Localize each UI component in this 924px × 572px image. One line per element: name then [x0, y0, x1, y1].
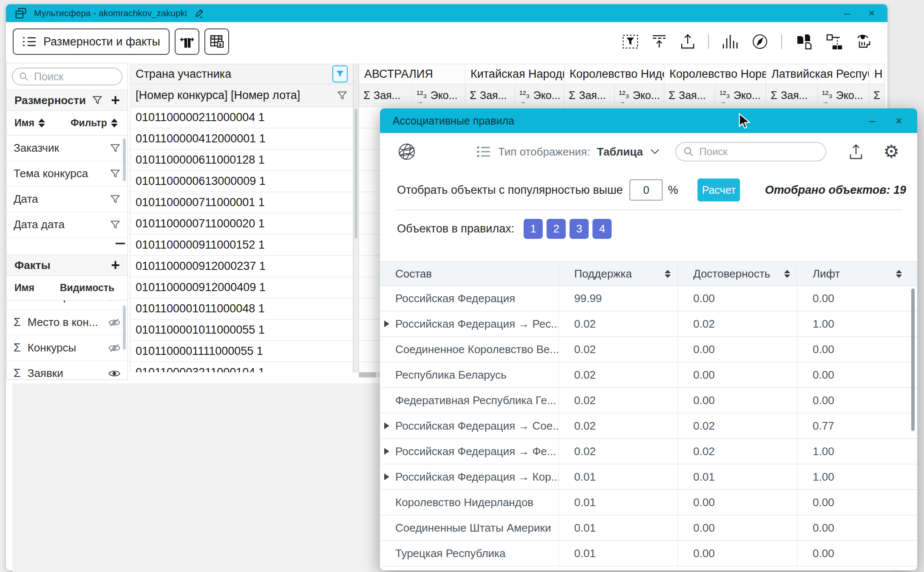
data-cell[interactable]	[359, 171, 383, 192]
dialog-search-input[interactable]	[698, 145, 796, 158]
row-header[interactable]: [Номер конкурса] [Номер лота]	[130, 84, 353, 107]
composition-column-header[interactable]: Состав	[380, 262, 558, 286]
fact-item[interactable]: Σ Конкурсы	[7, 335, 128, 361]
minimize-button[interactable]: –	[845, 8, 850, 18]
structure-icon[interactable]	[825, 33, 843, 50]
filter-icon[interactable]	[337, 90, 348, 101]
rule-size-button[interactable]: 4	[592, 219, 612, 239]
column-header[interactable]: Латвийская Респуб.	[766, 64, 869, 84]
data-cell[interactable]	[359, 107, 383, 128]
column-header[interactable]: Н	[869, 64, 885, 84]
sort-filter-icon[interactable]	[111, 119, 118, 127]
sort-lift-icon[interactable]	[896, 270, 902, 278]
measure-header[interactable]: ¹²₃→ Эко...	[715, 84, 766, 107]
row-label[interactable]: 0101100001011000055 1	[130, 320, 353, 341]
measure-header[interactable]: ¹²₃→ Эко...	[615, 84, 664, 107]
main-titlebar[interactable]: Мультисфера - akomrachkov_zakupki – ×	[6, 4, 887, 22]
table-view-button[interactable]	[204, 28, 229, 55]
data-cell[interactable]	[359, 235, 383, 256]
copy-sheet-icon[interactable]	[795, 33, 813, 51]
rule-row[interactable]: Республика Беларусь 0.02 0.00 0.00	[380, 362, 917, 388]
lift-column-header[interactable]: Лифт	[797, 262, 909, 286]
compass-icon[interactable]	[751, 33, 768, 50]
column-header[interactable]: АВСТРАЛИЯ	[359, 64, 465, 84]
hidden-measures-icon[interactable]	[856, 33, 874, 51]
measure-header[interactable]: ¹²₃→ Эко...	[818, 84, 869, 107]
rule-row[interactable]: Российская Федерация → Кор... 0.01 0.01 …	[380, 464, 917, 490]
dialog-export-icon[interactable]	[848, 143, 864, 160]
filter-icon[interactable]	[110, 143, 121, 154]
rule-row[interactable]: Соединенное Королевство Ве... 0.02 0.00 …	[380, 337, 917, 362]
facts-visibility-col[interactable]: Видимость	[60, 282, 114, 294]
rules-table-scrollbar[interactable]	[911, 289, 915, 431]
row-dimension-header[interactable]: Страна участника	[130, 64, 353, 84]
column-header[interactable]: Королевство Норве	[664, 64, 766, 84]
threshold-input[interactable]	[629, 179, 663, 201]
dimensions-filter-icon[interactable]	[92, 95, 103, 106]
row-label[interactable]: 0101100000912000409 1	[130, 277, 353, 298]
dimensions-filter-col[interactable]: Фильтр	[71, 117, 107, 129]
rule-row[interactable]: Российская Федерация → Рес... 0.02 0.02 …	[380, 311, 917, 337]
pivot-horizontal-scrollbar[interactable]	[359, 372, 383, 377]
measure-header[interactable]: ¹²₃→ Эко...	[412, 84, 465, 107]
edit-title-icon[interactable]	[194, 8, 205, 19]
confidence-column-header[interactable]: Достоверность	[677, 262, 797, 286]
column-width-button[interactable]	[175, 28, 199, 55]
rule-row[interactable]: Федеративная Республика Ге... 0.02 0.00 …	[380, 388, 917, 413]
filter-icon[interactable]	[110, 219, 121, 230]
dimension-item[interactable]: Тема конкурса	[7, 161, 128, 187]
dimension-item[interactable]: Заказчик	[7, 136, 128, 161]
column-header[interactable]: Королевство Нидер	[564, 64, 664, 84]
measure-header[interactable]: Σ Зая...	[465, 84, 515, 107]
dimensions-facts-button[interactable]: Размерности и факты	[13, 28, 170, 55]
measure-header[interactable]: Σ	[869, 84, 885, 107]
close-button[interactable]: ×	[869, 8, 875, 18]
fact-item[interactable]: Σ Кластер тем	[7, 300, 128, 310]
rule-row[interactable]: Российская Федерация → Фе... 0.02 0.02 1…	[380, 439, 917, 464]
dimension-item[interactable]: Дата	[7, 187, 128, 212]
expand-arrow-icon[interactable]	[384, 422, 389, 429]
eye-slash-icon[interactable]	[108, 300, 121, 302]
rule-row[interactable]: Турецкая Республика 0.01 0.00 0.00	[380, 541, 917, 566]
row-label[interactable]: 0101100000711000001 1	[130, 192, 353, 213]
sidebar-search[interactable]	[12, 68, 122, 85]
rule-size-button[interactable]: 2	[547, 219, 566, 239]
measure-header[interactable]: ¹²₃→ Эко...	[515, 84, 564, 107]
measure-header[interactable]: Σ Зая...	[564, 84, 615, 107]
sort-confidence-icon[interactable]	[784, 270, 790, 278]
rule-row[interactable]: Российская Федерация 99.99 0.00 0.00	[380, 286, 917, 311]
pivot-vertical-scrollbar[interactable]	[353, 64, 359, 372]
rule-row[interactable]: Российская Федерация → Сое... 0.02 0.02 …	[380, 413, 917, 439]
dialog-minimize-button[interactable]: –	[869, 116, 875, 126]
data-cell[interactable]	[359, 150, 383, 171]
expand-arrow-icon[interactable]	[384, 448, 389, 455]
data-cell[interactable]	[359, 298, 383, 320]
eye-slash-icon[interactable]	[108, 343, 121, 353]
row-label[interactable]: 0101100000613000009 1	[130, 171, 353, 192]
filter-icon[interactable]	[110, 168, 121, 179]
dimensions-name-col[interactable]: Имя	[14, 117, 34, 129]
measure-header[interactable]: Σ Зая...	[359, 84, 412, 107]
data-cell[interactable]	[359, 256, 383, 277]
row-label[interactable]: 0101100003211000104 1	[130, 362, 353, 372]
add-dimension-button[interactable]: +	[111, 93, 120, 108]
collapse-rows-icon[interactable]	[651, 34, 667, 49]
rule-size-button[interactable]: 1	[524, 219, 543, 239]
data-cell[interactable]	[359, 341, 383, 362]
support-column-header[interactable]: Поддержка	[558, 262, 677, 286]
data-cell[interactable]	[359, 320, 383, 341]
dialog-close-button[interactable]: ×	[896, 116, 902, 126]
globe-icon[interactable]	[397, 142, 417, 161]
bar-chart-icon[interactable]	[722, 34, 739, 49]
dialog-search[interactable]	[675, 142, 826, 161]
active-filter-button[interactable]	[332, 65, 348, 82]
data-cell[interactable]	[359, 213, 383, 235]
rule-size-button[interactable]: 3	[570, 219, 589, 239]
dimension-item[interactable]: Дата дата	[7, 212, 128, 238]
expand-arrow-icon[interactable]	[384, 320, 389, 327]
filter-dashed-icon[interactable]	[622, 34, 638, 50]
measure-header[interactable]: Σ Зая...	[766, 84, 818, 107]
rule-row[interactable]: Королевство Нидерландов 0.01 0.00 0.00	[380, 490, 917, 515]
sort-support-icon[interactable]	[665, 270, 671, 278]
export-icon[interactable]	[680, 34, 695, 50]
